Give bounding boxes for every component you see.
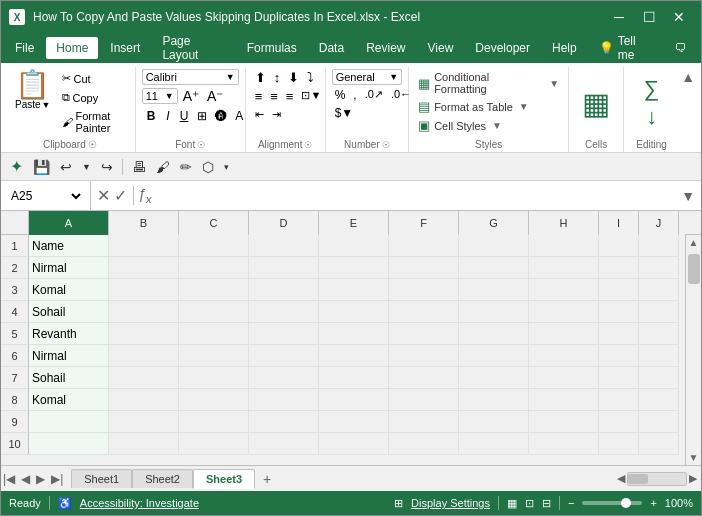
cell-F6[interactable] bbox=[389, 345, 459, 367]
menu-insert[interactable]: Insert bbox=[100, 37, 150, 59]
font-name-selector[interactable]: Calibri ▼ bbox=[142, 69, 239, 85]
col-header-A[interactable]: A bbox=[29, 211, 109, 235]
tell-me-button[interactable]: 💡 Tell me bbox=[589, 30, 657, 66]
formula-input[interactable] bbox=[156, 181, 676, 210]
cell-E4[interactable] bbox=[319, 301, 389, 323]
font-expand-icon[interactable]: ☉ bbox=[197, 140, 205, 150]
cell-D7[interactable] bbox=[249, 367, 319, 389]
cell-B9[interactable] bbox=[109, 411, 179, 433]
cell-G6[interactable] bbox=[459, 345, 529, 367]
cell-C8[interactable] bbox=[179, 389, 249, 411]
h-scroll-track[interactable] bbox=[627, 472, 687, 486]
select-all-button[interactable] bbox=[1, 211, 29, 235]
cell-J3[interactable] bbox=[639, 279, 679, 301]
cell-H7[interactable] bbox=[529, 367, 599, 389]
scroll-track[interactable] bbox=[688, 250, 700, 450]
row-num-3[interactable]: 3 bbox=[1, 279, 29, 301]
cell-B1[interactable] bbox=[109, 235, 179, 257]
menu-formulas[interactable]: Formulas bbox=[237, 37, 307, 59]
cell-B7[interactable] bbox=[109, 367, 179, 389]
sheet-tab-sheet3[interactable]: Sheet3 bbox=[193, 469, 255, 489]
number-expand-icon[interactable]: ☉ bbox=[382, 140, 390, 150]
cell-I7[interactable] bbox=[599, 367, 639, 389]
qa-customize-icon[interactable]: ▾ bbox=[221, 160, 232, 174]
cell-I8[interactable] bbox=[599, 389, 639, 411]
prev-sheet-button[interactable]: ◀ bbox=[19, 470, 32, 488]
sheet-tab-sheet2[interactable]: Sheet2 bbox=[132, 469, 193, 488]
cell-C3[interactable] bbox=[179, 279, 249, 301]
scroll-thumb[interactable] bbox=[688, 254, 700, 284]
view-normal-button[interactable]: ▦ bbox=[507, 497, 517, 510]
decrease-indent-button[interactable]: ⇤ bbox=[252, 107, 267, 122]
qa-shape-icon[interactable]: ⬡ bbox=[199, 157, 217, 177]
cell-G5[interactable] bbox=[459, 323, 529, 345]
next-sheet-button[interactable]: ▶ bbox=[34, 470, 47, 488]
cell-C1[interactable] bbox=[179, 235, 249, 257]
align-center-button[interactable]: ≡ bbox=[267, 88, 281, 105]
cell-B8[interactable] bbox=[109, 389, 179, 411]
col-header-E[interactable]: E bbox=[319, 211, 389, 235]
cell-E5[interactable] bbox=[319, 323, 389, 345]
scroll-up-button[interactable]: ▲ bbox=[687, 235, 701, 250]
cell-G10[interactable] bbox=[459, 433, 529, 455]
cell-A1[interactable]: Name bbox=[29, 235, 109, 257]
cell-B5[interactable] bbox=[109, 323, 179, 345]
zoom-slider[interactable] bbox=[582, 501, 642, 505]
cell-E10[interactable] bbox=[319, 433, 389, 455]
cell-J8[interactable] bbox=[639, 389, 679, 411]
cell-D3[interactable] bbox=[249, 279, 319, 301]
comma-button[interactable]: , bbox=[350, 87, 359, 103]
cell-F5[interactable] bbox=[389, 323, 459, 345]
qa-save-icon[interactable]: 💾 bbox=[30, 157, 53, 177]
col-header-H[interactable]: H bbox=[529, 211, 599, 235]
row-num-5[interactable]: 5 bbox=[1, 323, 29, 345]
format-as-table-button[interactable]: ▤ Format as Table ▼ bbox=[415, 97, 562, 116]
cell-I1[interactable] bbox=[599, 235, 639, 257]
bold-button[interactable]: B bbox=[142, 107, 161, 125]
cell-F1[interactable] bbox=[389, 235, 459, 257]
zoom-level[interactable]: 100% bbox=[665, 497, 693, 509]
col-header-D[interactable]: D bbox=[249, 211, 319, 235]
first-sheet-button[interactable]: |◀ bbox=[1, 470, 17, 488]
currency-button[interactable]: $▼ bbox=[332, 105, 357, 121]
row-num-6[interactable]: 6 bbox=[1, 345, 29, 367]
formula-bar-expand-icon[interactable]: ▼ bbox=[675, 188, 701, 204]
menu-help[interactable]: Help bbox=[542, 37, 587, 59]
maximize-button[interactable]: ☐ bbox=[635, 3, 663, 31]
cell-G3[interactable] bbox=[459, 279, 529, 301]
vertical-scrollbar[interactable]: ▲ ▼ bbox=[685, 235, 701, 465]
qa-print-icon[interactable]: 🖶 bbox=[129, 157, 149, 177]
row-num-8[interactable]: 8 bbox=[1, 389, 29, 411]
cell-C10[interactable] bbox=[179, 433, 249, 455]
cell-A9[interactable] bbox=[29, 411, 109, 433]
cell-B4[interactable] bbox=[109, 301, 179, 323]
cell-C7[interactable] bbox=[179, 367, 249, 389]
cell-F3[interactable] bbox=[389, 279, 459, 301]
h-scroll-right-button[interactable]: ▶ bbox=[689, 472, 697, 485]
underline-button[interactable]: U bbox=[176, 108, 193, 124]
cell-H6[interactable] bbox=[529, 345, 599, 367]
cell-H9[interactable] bbox=[529, 411, 599, 433]
cell-C9[interactable] bbox=[179, 411, 249, 433]
row-num-1[interactable]: 1 bbox=[1, 235, 29, 257]
cell-J6[interactable] bbox=[639, 345, 679, 367]
cell-C4[interactable] bbox=[179, 301, 249, 323]
qa-undo-button[interactable]: ↩ bbox=[57, 157, 75, 177]
qa-paint-icon[interactable]: 🖌 bbox=[153, 157, 173, 177]
cell-B2[interactable] bbox=[109, 257, 179, 279]
cell-E6[interactable] bbox=[319, 345, 389, 367]
merge-center-button[interactable]: ⊡▼ bbox=[298, 88, 324, 105]
confirm-formula-button[interactable]: ✓ bbox=[114, 186, 127, 205]
cell-I9[interactable] bbox=[599, 411, 639, 433]
menu-data[interactable]: Data bbox=[309, 37, 354, 59]
cell-reference-input[interactable]: A25 bbox=[7, 188, 84, 204]
cell-B6[interactable] bbox=[109, 345, 179, 367]
cell-B3[interactable] bbox=[109, 279, 179, 301]
cell-J5[interactable] bbox=[639, 323, 679, 345]
add-sheet-button[interactable]: + bbox=[255, 468, 279, 490]
cell-G9[interactable] bbox=[459, 411, 529, 433]
cell-A3[interactable]: Komal bbox=[29, 279, 109, 301]
row-num-10[interactable]: 10 bbox=[1, 433, 29, 455]
display-settings-text[interactable]: Display Settings bbox=[411, 497, 490, 509]
row-num-9[interactable]: 9 bbox=[1, 411, 29, 433]
